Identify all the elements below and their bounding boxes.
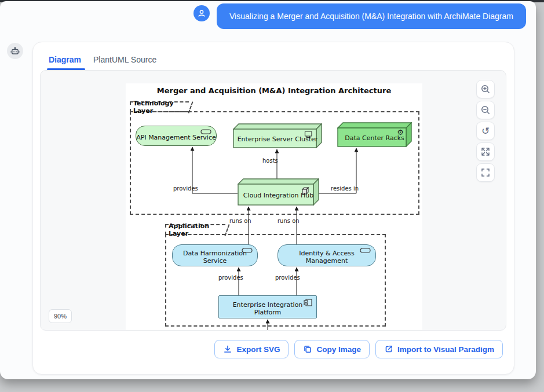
edge-label-provides-left: provides: [218, 274, 243, 281]
node-label: Enterprise Integration Platform: [219, 298, 316, 316]
edge-label-provides-right: provides: [275, 274, 300, 281]
expand-button[interactable]: [476, 142, 495, 161]
zoom-level-badge: 90%: [49, 309, 72, 323]
copy-image-button[interactable]: Copy Image: [294, 340, 370, 358]
import-visual-paradigm-label: Import to Visual Paradigm: [397, 345, 494, 354]
relationship-arrows: [126, 83, 422, 330]
export-svg-button[interactable]: Export SVG: [214, 340, 289, 358]
node-api-management-service: API Management Service: [136, 126, 217, 146]
node-label: Enterprise Server Cluster: [233, 129, 322, 148]
diagram-card: Diagram PlantUML Source Merger and Acqui…: [32, 42, 514, 375]
robot-icon: [10, 46, 20, 56]
edge-label-provides-api: provides: [173, 185, 198, 192]
node-label: Data Center Racks: [337, 128, 412, 146]
avatar: [193, 5, 210, 21]
node-enterprise-server-cluster: Enterprise Server Cluster: [233, 123, 322, 148]
tab-diagram[interactable]: Diagram: [49, 55, 81, 64]
node-enterprise-integration-platform: Enterprise Integration Platform: [218, 295, 317, 318]
download-icon: [223, 345, 232, 354]
zoom-level-value: 90%: [54, 313, 67, 320]
edge-label-resides-in: resides in: [331, 185, 359, 192]
assistant-avatar: [7, 43, 23, 59]
diagram-viewport: Merger and Acquisition (M&A) Integration…: [40, 70, 506, 331]
tab-plantuml-source[interactable]: PlantUML Source: [93, 55, 156, 64]
service-lozenge-icon: [200, 129, 212, 135]
diagram-canvas[interactable]: Merger and Acquisition (M&A) Integration…: [126, 83, 422, 330]
edge-label-hosts: hosts: [262, 157, 278, 164]
edge-label-runs-on-left: runs on: [229, 218, 251, 224]
user-icon: [196, 8, 207, 19]
import-visual-paradigm-button[interactable]: Import to Visual Paradigm: [375, 340, 503, 358]
export-svg-label: Export SVG: [236, 345, 280, 354]
node-data-center-racks: ⚙ Data Center Racks: [337, 122, 412, 147]
edge-label-runs-on-right: runs on: [278, 218, 300, 224]
node-identity-access-management: Identity & Access Management: [278, 244, 376, 266]
message-text: Visualizing a Merger and Acquisition (M&…: [229, 12, 513, 21]
zoom-out-icon: [480, 105, 491, 115]
copy-image-label: Copy Image: [316, 345, 361, 354]
node-label: Cloud Integration Hub: [238, 184, 319, 205]
copy-icon: [303, 345, 312, 354]
fullscreen-icon: [480, 167, 491, 178]
zoom-in-icon: [480, 84, 491, 94]
service-lozenge-icon: [360, 248, 371, 254]
action-bar: Export SVG Copy Image Import to Visual P…: [33, 340, 514, 358]
user-message-bubble: Visualizing a Merger and Acquisition (M&…: [217, 3, 526, 29]
node-cloud-integration-hub: Cloud Integration Hub: [238, 178, 319, 206]
external-link-icon: [384, 345, 393, 354]
zoom-out-button[interactable]: [476, 101, 495, 119]
reset-view-button[interactable]: ↺: [476, 122, 495, 140]
service-lozenge-icon: [242, 248, 253, 254]
fullscreen-button[interactable]: [476, 163, 495, 182]
node-data-harmonization-service: Data Harmonization Service: [172, 244, 258, 266]
reset-icon: ↺: [481, 126, 490, 136]
component-icon: [304, 299, 312, 306]
zoom-in-button[interactable]: [476, 80, 495, 98]
expand-icon: [480, 146, 491, 157]
